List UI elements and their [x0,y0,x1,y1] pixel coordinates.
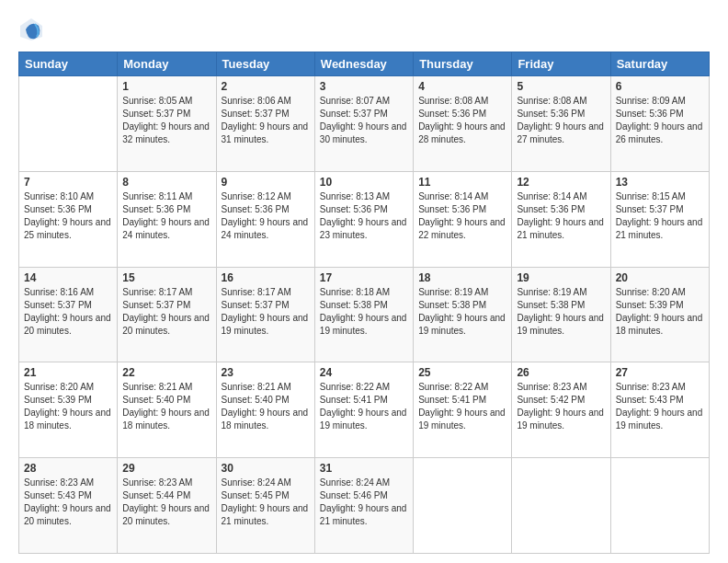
calendar-cell: 25Sunrise: 8:22 AM Sunset: 5:41 PM Dayli… [414,362,512,458]
day-number: 17 [320,271,408,284]
day-info: Sunrise: 8:13 AM Sunset: 5:36 PM Dayligh… [320,190,408,242]
calendar-week-row: 14Sunrise: 8:16 AM Sunset: 5:37 PM Dayli… [19,267,710,362]
logo-icon [18,17,44,42]
calendar-cell [414,458,512,554]
day-of-week-header: Monday [118,52,216,76]
day-of-week-header: Tuesday [216,52,314,76]
calendar-cell: 28Sunrise: 8:23 AM Sunset: 5:43 PM Dayli… [19,458,118,554]
day-number: 15 [122,271,210,284]
day-number: 10 [320,176,408,189]
calendar-cell: 7Sunrise: 8:10 AM Sunset: 5:36 PM Daylig… [19,171,118,267]
day-info: Sunrise: 8:06 AM Sunset: 5:37 PM Dayligh… [222,95,310,146]
day-number: 3 [320,80,408,93]
calendar-cell: 22Sunrise: 8:21 AM Sunset: 5:40 PM Dayli… [118,362,216,458]
calendar-body: 1Sunrise: 8:05 AM Sunset: 5:37 PM Daylig… [19,76,710,554]
day-info: Sunrise: 8:21 AM Sunset: 5:40 PM Dayligh… [122,381,210,432]
day-number: 28 [24,462,112,475]
day-number: 24 [320,366,408,379]
calendar-header: SundayMondayTuesdayWednesdayThursdayFrid… [19,52,710,76]
day-info: Sunrise: 8:09 AM Sunset: 5:36 PM Dayligh… [616,95,704,146]
day-info: Sunrise: 8:12 AM Sunset: 5:36 PM Dayligh… [222,190,310,242]
day-info: Sunrise: 8:16 AM Sunset: 5:37 PM Dayligh… [24,286,112,338]
day-info: Sunrise: 8:20 AM Sunset: 5:39 PM Dayligh… [24,381,112,432]
calendar-week-row: 21Sunrise: 8:20 AM Sunset: 5:39 PM Dayli… [19,362,710,458]
day-number: 29 [122,462,210,475]
day-number: 12 [517,176,605,189]
day-number: 19 [517,271,605,284]
day-number: 8 [122,176,210,189]
calendar-cell: 4Sunrise: 8:08 AM Sunset: 5:36 PM Daylig… [414,76,512,172]
day-info: Sunrise: 8:18 AM Sunset: 5:38 PM Dayligh… [320,286,408,338]
day-number: 1 [122,80,210,93]
calendar-cell: 20Sunrise: 8:20 AM Sunset: 5:39 PM Dayli… [610,267,709,362]
day-info: Sunrise: 8:11 AM Sunset: 5:36 PM Dayligh… [122,190,210,242]
day-info: Sunrise: 8:14 AM Sunset: 5:36 PM Dayligh… [418,190,506,242]
calendar-cell: 21Sunrise: 8:20 AM Sunset: 5:39 PM Dayli… [19,362,118,458]
day-info: Sunrise: 8:21 AM Sunset: 5:40 PM Dayligh… [222,381,310,432]
day-number: 25 [418,366,506,379]
calendar-cell: 5Sunrise: 8:08 AM Sunset: 5:36 PM Daylig… [512,76,610,172]
calendar-cell: 16Sunrise: 8:17 AM Sunset: 5:37 PM Dayli… [216,267,314,362]
day-of-week-header: Friday [512,52,610,76]
calendar-cell: 11Sunrise: 8:14 AM Sunset: 5:36 PM Dayli… [414,171,512,267]
day-info: Sunrise: 8:23 AM Sunset: 5:43 PM Dayligh… [616,381,704,432]
calendar-week-row: 1Sunrise: 8:05 AM Sunset: 5:37 PM Daylig… [19,76,710,172]
calendar-cell: 2Sunrise: 8:06 AM Sunset: 5:37 PM Daylig… [216,76,314,172]
day-of-week-header: Sunday [19,52,118,76]
day-info: Sunrise: 8:17 AM Sunset: 5:37 PM Dayligh… [122,286,210,338]
calendar-cell: 10Sunrise: 8:13 AM Sunset: 5:36 PM Dayli… [314,171,413,267]
calendar-cell: 27Sunrise: 8:23 AM Sunset: 5:43 PM Dayli… [610,362,709,458]
calendar-cell: 1Sunrise: 8:05 AM Sunset: 5:37 PM Daylig… [118,76,216,172]
day-of-week-header: Saturday [610,52,709,76]
calendar-cell [610,458,709,554]
calendar-cell: 30Sunrise: 8:24 AM Sunset: 5:45 PM Dayli… [216,458,314,554]
day-of-week-header: Wednesday [314,52,413,76]
day-info: Sunrise: 8:24 AM Sunset: 5:46 PM Dayligh… [320,477,408,528]
calendar-cell: 24Sunrise: 8:22 AM Sunset: 5:41 PM Dayli… [314,362,413,458]
day-number: 6 [616,80,704,93]
calendar-cell: 18Sunrise: 8:19 AM Sunset: 5:38 PM Dayli… [414,267,512,362]
calendar-cell: 26Sunrise: 8:23 AM Sunset: 5:42 PM Dayli… [512,362,610,458]
day-info: Sunrise: 8:07 AM Sunset: 5:37 PM Dayligh… [320,95,408,146]
day-number: 13 [616,176,704,189]
day-of-week-header: Thursday [414,52,512,76]
day-number: 18 [418,271,506,284]
calendar-cell [19,76,118,172]
day-number: 16 [222,271,310,284]
day-info: Sunrise: 8:15 AM Sunset: 5:37 PM Dayligh… [616,190,704,242]
calendar-cell: 12Sunrise: 8:14 AM Sunset: 5:36 PM Dayli… [512,171,610,267]
day-number: 5 [517,80,605,93]
calendar-cell: 15Sunrise: 8:17 AM Sunset: 5:37 PM Dayli… [118,267,216,362]
day-info: Sunrise: 8:10 AM Sunset: 5:36 PM Dayligh… [24,190,112,242]
day-number: 9 [222,176,310,189]
day-info: Sunrise: 8:19 AM Sunset: 5:38 PM Dayligh… [517,286,605,338]
day-number: 7 [24,176,112,189]
header [18,17,710,42]
calendar-cell: 3Sunrise: 8:07 AM Sunset: 5:37 PM Daylig… [314,76,413,172]
calendar-cell: 14Sunrise: 8:16 AM Sunset: 5:37 PM Dayli… [19,267,118,362]
calendar-cell: 6Sunrise: 8:09 AM Sunset: 5:36 PM Daylig… [610,76,709,172]
day-number: 14 [24,271,112,284]
day-number: 20 [616,271,704,284]
day-info: Sunrise: 8:17 AM Sunset: 5:37 PM Dayligh… [222,286,310,338]
day-number: 11 [418,176,506,189]
day-info: Sunrise: 8:20 AM Sunset: 5:39 PM Dayligh… [616,286,704,338]
calendar-cell: 8Sunrise: 8:11 AM Sunset: 5:36 PM Daylig… [118,171,216,267]
day-number: 27 [616,366,704,379]
calendar-week-row: 7Sunrise: 8:10 AM Sunset: 5:36 PM Daylig… [19,171,710,267]
calendar-table: SundayMondayTuesdayWednesdayThursdayFrid… [18,52,710,554]
calendar-week-row: 28Sunrise: 8:23 AM Sunset: 5:43 PM Dayli… [19,458,710,554]
day-number: 30 [222,462,310,475]
calendar-cell: 17Sunrise: 8:18 AM Sunset: 5:38 PM Dayli… [314,267,413,362]
day-number: 21 [24,366,112,379]
calendar-cell: 29Sunrise: 8:23 AM Sunset: 5:44 PM Dayli… [118,458,216,554]
day-info: Sunrise: 8:22 AM Sunset: 5:41 PM Dayligh… [320,381,408,432]
day-info: Sunrise: 8:19 AM Sunset: 5:38 PM Dayligh… [418,286,506,338]
day-number: 2 [222,80,310,93]
day-info: Sunrise: 8:05 AM Sunset: 5:37 PM Dayligh… [122,95,210,146]
day-info: Sunrise: 8:14 AM Sunset: 5:36 PM Dayligh… [517,190,605,242]
day-number: 22 [122,366,210,379]
calendar-cell: 13Sunrise: 8:15 AM Sunset: 5:37 PM Dayli… [610,171,709,267]
logo [18,17,48,42]
calendar-cell: 9Sunrise: 8:12 AM Sunset: 5:36 PM Daylig… [216,171,314,267]
